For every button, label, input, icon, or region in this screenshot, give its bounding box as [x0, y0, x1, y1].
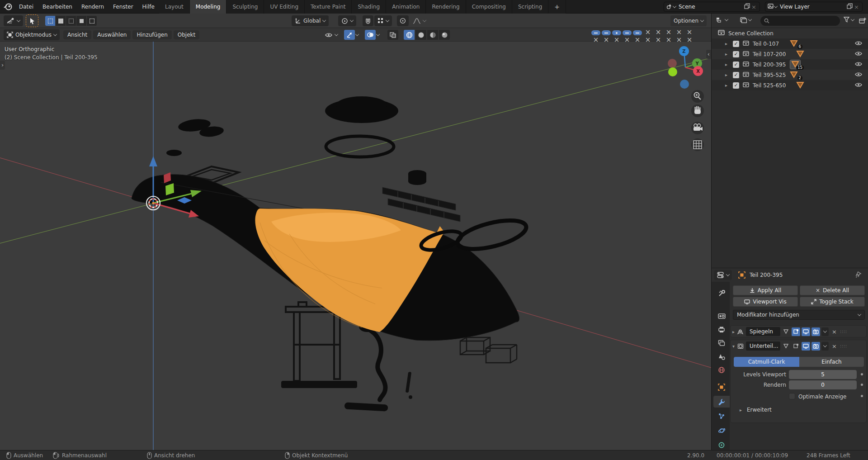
menu-auswaehlen[interactable]: Auswählen	[93, 30, 131, 39]
blender-logo-icon[interactable]	[4, 3, 13, 12]
subdiv-type-catmull-button[interactable]: Catmull-Clark	[734, 357, 799, 367]
checkbox[interactable]: ✓	[733, 51, 739, 57]
x-toggle[interactable]: ×	[602, 37, 611, 44]
toolbar-expand-arrow[interactable]: ›	[0, 61, 5, 70]
shading-material-button[interactable]	[427, 30, 438, 40]
copy-icon[interactable]	[744, 3, 750, 10]
checkbox[interactable]: ✓	[733, 82, 739, 89]
decorator-dot[interactable]	[861, 373, 863, 375]
realtime-toggle[interactable]	[802, 327, 810, 336]
overlays-toggle[interactable]	[365, 30, 376, 40]
add-modifier-dropdown[interactable]: Modifikator hinzufügen	[733, 310, 865, 320]
toggle-ortho-button[interactable]	[691, 138, 704, 151]
checkbox[interactable]: ✓	[733, 62, 739, 68]
new-collection-button[interactable]	[859, 17, 866, 25]
toggle-pill[interactable]	[633, 30, 642, 35]
edit-mode-toggle[interactable]	[792, 327, 800, 336]
x-toggle[interactable]: ×	[654, 37, 663, 44]
chevron-down-icon[interactable]	[335, 32, 338, 36]
xray-toggle[interactable]	[387, 30, 398, 40]
toggle-pill[interactable]	[612, 30, 621, 35]
tab-render[interactable]	[713, 310, 730, 322]
menu-hilfe[interactable]: Hilfe	[138, 0, 159, 14]
optimal-display-checkbox[interactable]	[789, 393, 795, 399]
delete-all-button[interactable]: × Delete All	[800, 285, 865, 295]
edit-mode-toggle[interactable]	[792, 342, 800, 351]
select-mode-intersect[interactable]	[87, 16, 97, 26]
menu-rendern[interactable]: Rendern	[77, 0, 108, 14]
outliner-search-input[interactable]	[760, 16, 840, 26]
collection-name[interactable]: Scene Collection	[728, 30, 774, 37]
decorator-dot[interactable]	[861, 384, 863, 386]
tab-scripting[interactable]: Scripting	[512, 0, 548, 14]
viewport-3d[interactable]: Objektmodus Ansicht Auswählen Hinzufügen…	[0, 28, 711, 450]
expand-arrow-icon[interactable]: ▸	[725, 52, 727, 57]
axis-neg-z-ball[interactable]	[680, 80, 689, 89]
axis-neg-y-ball[interactable]	[668, 67, 677, 76]
x-toggle[interactable]: ×	[643, 37, 652, 44]
tab-layout[interactable]: Layout	[159, 0, 190, 14]
realtime-toggle[interactable]	[802, 342, 810, 351]
menu-objekt[interactable]: Objekt	[174, 30, 199, 39]
toggle-stack-button[interactable]: Toggle Stack	[800, 297, 865, 307]
modifier-name-field[interactable]: Spiegeln	[746, 327, 780, 336]
x-toggle[interactable]: ×	[623, 37, 632, 44]
axis-neg-x-ball[interactable]	[668, 59, 677, 68]
scene-name[interactable]: Scene	[676, 4, 744, 10]
tab-scene[interactable]	[713, 351, 730, 362]
menu-datei[interactable]: Datei	[14, 0, 38, 14]
tab-world[interactable]	[713, 364, 730, 376]
render-toggle[interactable]	[811, 342, 820, 351]
delete-modifier-button[interactable]: ×	[830, 328, 839, 335]
outliner-filter-mode-dropdown[interactable]	[740, 17, 751, 23]
expand-arrow-icon[interactable]: ▸	[725, 83, 727, 88]
modifier-extras-dropdown[interactable]	[821, 342, 829, 351]
tab-object[interactable]	[713, 381, 730, 393]
tab-output[interactable]	[713, 323, 730, 335]
snap-toggle[interactable]	[363, 15, 373, 26]
pivot-point-dropdown[interactable]	[338, 15, 356, 26]
drag-handle[interactable]: ::::	[840, 344, 847, 348]
active-tool-select-box[interactable]	[26, 14, 38, 27]
outliner-row[interactable]: ▸ ✓ Teil 395-525 2	[712, 70, 868, 80]
subdiv-type-simple-button[interactable]: Einfach	[799, 357, 864, 367]
outliner-display-mode-dropdown[interactable]	[716, 17, 728, 23]
copy-icon[interactable]	[847, 3, 853, 10]
tab-rendering[interactable]: Rendering	[426, 0, 466, 14]
eye-icon[interactable]	[855, 82, 862, 89]
tab-view-layer[interactable]	[713, 337, 730, 349]
tab-animation[interactable]: Animation	[386, 0, 426, 14]
expand-arrow-icon[interactable]: ▸	[725, 41, 727, 46]
render-toggle[interactable]	[811, 327, 820, 336]
eye-icon[interactable]	[855, 51, 862, 57]
options-dropdown[interactable]: Optionen	[670, 15, 707, 26]
chevron-down-icon[interactable]	[355, 32, 359, 36]
apply-all-button[interactable]: Apply All	[733, 285, 798, 295]
tab-object-data[interactable]	[713, 439, 730, 451]
x-toggle[interactable]: ×	[685, 37, 694, 44]
tab-modeling[interactable]: Modeling	[190, 0, 227, 14]
x-toggle[interactable]: ×	[591, 37, 600, 44]
on-cage-toggle[interactable]	[782, 342, 790, 351]
collection-name[interactable]: Teil 0-107	[753, 41, 790, 47]
toggle-pill[interactable]	[591, 30, 600, 35]
outliner-filter-dropdown[interactable]	[844, 17, 854, 23]
select-mode-extend[interactable]	[56, 16, 66, 26]
advanced-expand-arrow[interactable]: ▸	[740, 408, 742, 413]
on-cage-toggle[interactable]	[782, 327, 790, 336]
breadcrumb[interactable]: Teil 200-395	[750, 272, 783, 278]
menu-hinzufuegen[interactable]: Hinzufügen	[132, 30, 171, 39]
collection-name[interactable]: Teil 107-200	[753, 51, 790, 57]
expand-arrow-icon[interactable]: ▸	[732, 329, 735, 334]
falloff-dropdown[interactable]	[410, 15, 429, 26]
sidebar-expand-arrow[interactable]: ‹	[706, 50, 711, 59]
zoom-button[interactable]	[691, 90, 704, 103]
close-icon[interactable]: ×	[853, 4, 860, 10]
toggle-pill[interactable]	[602, 30, 611, 35]
proportional-editing-toggle[interactable]	[397, 15, 409, 26]
tab-shading[interactable]: Shading	[352, 0, 386, 14]
levels-viewport-field[interactable]: 5	[789, 370, 857, 379]
kayak-model[interactable]	[132, 175, 529, 341]
gizmos-toggle[interactable]	[344, 30, 355, 40]
shading-solid-button[interactable]	[415, 30, 426, 40]
